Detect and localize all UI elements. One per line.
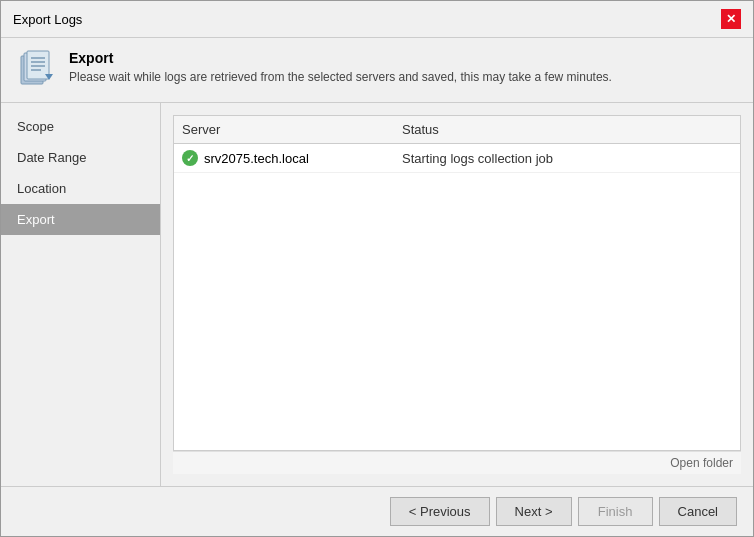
sidebar-item-location[interactable]: Location <box>1 173 160 204</box>
header-description: Please wait while logs are retrieved fro… <box>69 70 612 84</box>
next-button[interactable]: Next > <box>496 497 572 526</box>
previous-button[interactable]: < Previous <box>390 497 490 526</box>
server-name: srv2075.tech.local <box>204 151 309 166</box>
title-bar: Export Logs ✕ <box>1 1 753 38</box>
cancel-button[interactable]: Cancel <box>659 497 737 526</box>
column-status: Status <box>402 122 732 137</box>
finish-button[interactable]: Finish <box>578 497 653 526</box>
main-content: Scope Date Range Location Export Server … <box>1 103 753 486</box>
server-cell: srv2075.tech.local <box>182 150 402 166</box>
sidebar-item-scope[interactable]: Scope <box>1 111 160 142</box>
dialog-title: Export Logs <box>13 12 82 27</box>
header-section: Export Please wait while logs are retrie… <box>1 38 753 103</box>
sidebar: Scope Date Range Location Export <box>1 103 161 486</box>
export-logs-dialog: Export Logs ✕ Export Please wait while l… <box>0 0 754 537</box>
content-area: Server Status srv2075.tech.local Startin… <box>161 103 753 486</box>
footer: < Previous Next > Finish Cancel <box>1 486 753 536</box>
close-button[interactable]: ✕ <box>721 9 741 29</box>
status-cell: Starting logs collection job <box>402 151 732 166</box>
sidebar-item-export[interactable]: Export <box>1 204 160 235</box>
column-server: Server <box>182 122 402 137</box>
open-folder-link[interactable]: Open folder <box>670 456 733 470</box>
success-icon <box>182 150 198 166</box>
export-icon <box>17 50 57 90</box>
log-table: Server Status srv2075.tech.local Startin… <box>173 115 741 451</box>
table-row: srv2075.tech.local Starting logs collect… <box>174 144 740 173</box>
header-text: Export Please wait while logs are retrie… <box>69 50 612 84</box>
sidebar-item-date-range[interactable]: Date Range <box>1 142 160 173</box>
header-title: Export <box>69 50 612 66</box>
table-header: Server Status <box>174 116 740 144</box>
open-folder-row: Open folder <box>173 451 741 474</box>
